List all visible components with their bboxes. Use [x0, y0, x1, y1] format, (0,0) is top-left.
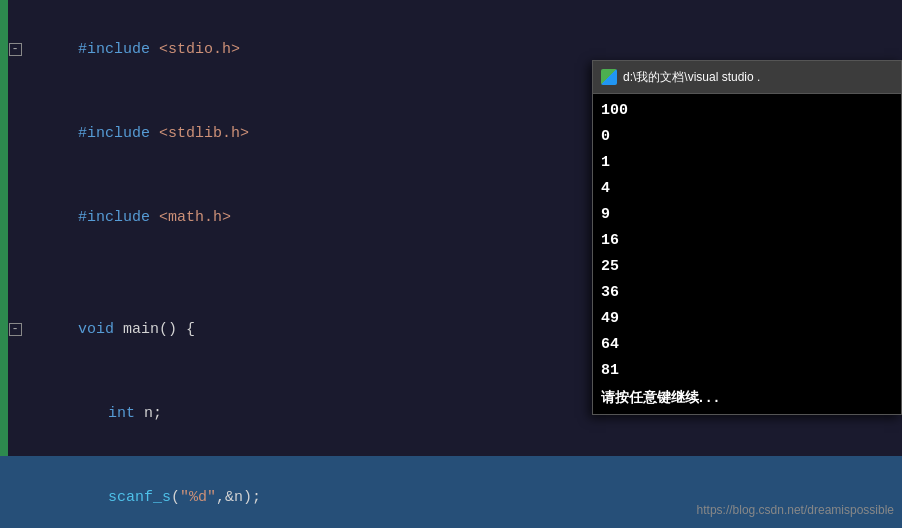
console-continue-msg: 请按任意键继续. . . [601, 384, 893, 410]
console-output-81: 81 [601, 358, 893, 384]
console-output-16: 16 [601, 228, 893, 254]
console-output-25: 25 [601, 254, 893, 280]
console-output-1: 1 [601, 150, 893, 176]
collapse-icon-1[interactable]: - [8, 36, 24, 64]
console-output-4: 4 [601, 176, 893, 202]
console-title: d:\我的文档\visual studio . [623, 64, 760, 90]
console-app-icon [601, 69, 617, 85]
console-output-64: 64 [601, 332, 893, 358]
collapse-icon-2 [8, 120, 24, 148]
collapse-icon-5[interactable]: - [8, 316, 24, 344]
watermark: https://blog.csdn.net/dreamispossible [697, 496, 894, 524]
collapse-icon-blank1 [8, 260, 24, 288]
collapse-icon-3 [8, 204, 24, 232]
code-editor: - #include <stdio.h> #include <stdlib.h>… [0, 0, 902, 528]
console-output-9: 9 [601, 202, 893, 228]
collapse-icon-7 [8, 484, 24, 512]
collapse-icon-6 [8, 400, 24, 428]
console-output-0: 0 [601, 124, 893, 150]
console-body: 100 0 1 4 9 16 25 36 49 64 81 请按任意键继续. .… [593, 94, 901, 414]
console-window: d:\我的文档\visual studio . 100 0 1 4 9 16 2… [592, 60, 902, 415]
console-output-36: 36 [601, 280, 893, 306]
console-output-49: 49 [601, 306, 893, 332]
console-output-100: 100 [601, 98, 893, 124]
console-titlebar: d:\我的文档\visual studio . [593, 61, 901, 94]
